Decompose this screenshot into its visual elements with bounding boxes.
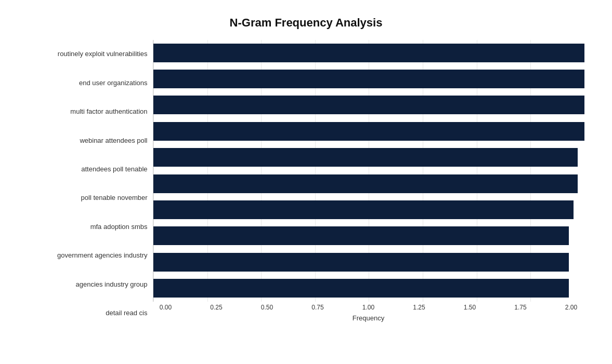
bar-row <box>153 173 584 195</box>
bar <box>153 122 584 141</box>
x-tick: 1.75 <box>507 304 533 311</box>
bar <box>153 70 584 88</box>
bar <box>153 148 578 167</box>
bar <box>153 226 569 245</box>
chart-area: routinely exploit vulnerabilitiesend use… <box>28 40 584 328</box>
x-tick: 0.75 <box>305 304 331 311</box>
bar-row <box>153 225 584 247</box>
y-label: multi factor authentication <box>28 107 148 116</box>
y-label: agencies industry group <box>28 280 148 289</box>
bar <box>153 174 578 193</box>
bar-row <box>153 277 584 299</box>
bar <box>153 253 569 272</box>
bar-row <box>153 68 584 90</box>
x-tick: 1.50 <box>457 304 483 311</box>
bar-row <box>153 199 584 221</box>
chart-container: N-Gram Frequency Analysis routinely expl… <box>12 6 600 359</box>
y-label: webinar attendees poll <box>28 137 148 145</box>
bar <box>153 44 584 62</box>
x-tick: 0.25 <box>203 304 229 311</box>
x-ticks-row: 0.000.250.500.751.001.251.501.752.00 <box>153 302 584 311</box>
bar-row <box>153 120 584 142</box>
bar-row <box>153 251 584 273</box>
y-labels: routinely exploit vulnerabilitiesend use… <box>28 40 153 328</box>
bar-row <box>153 42 584 64</box>
bars-and-xaxis: 0.000.250.500.751.001.251.501.752.00 Fre… <box>153 40 584 328</box>
y-label: mfa adoption smbs <box>28 223 148 231</box>
x-axis-label: Frequency <box>153 314 584 322</box>
y-label: government agencies industry <box>28 251 148 260</box>
bar <box>153 279 569 298</box>
y-label: poll tenable november <box>28 194 148 202</box>
bar-row <box>153 94 584 116</box>
y-label: attendees poll tenable <box>28 165 148 173</box>
x-tick: 0.50 <box>254 304 280 311</box>
bar <box>153 96 584 114</box>
y-label: detail read cis <box>28 309 148 317</box>
chart-title: N-Gram Frequency Analysis <box>230 16 383 30</box>
y-label: end user organizations <box>28 79 148 87</box>
x-tick: 2.00 <box>558 304 584 311</box>
bars-area <box>153 40 584 302</box>
y-label: routinely exploit vulnerabilities <box>28 50 148 58</box>
x-tick: 1.25 <box>406 304 432 311</box>
bar-row <box>153 146 584 168</box>
x-tick: 1.00 <box>356 304 382 311</box>
x-tick: 0.00 <box>153 304 179 311</box>
x-axis: 0.000.250.500.751.001.251.501.752.00 Fre… <box>153 302 584 328</box>
bar <box>153 200 574 219</box>
